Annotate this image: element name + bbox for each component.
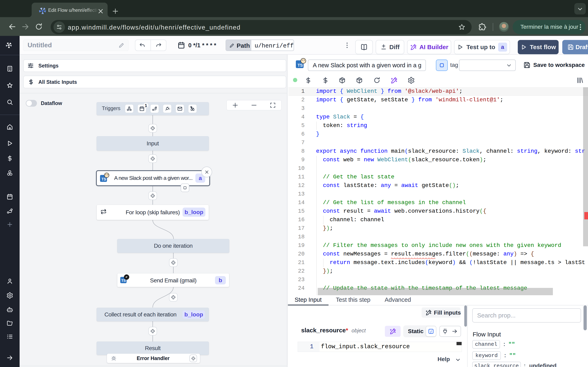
- svg-text:f: f: [431, 330, 432, 333]
